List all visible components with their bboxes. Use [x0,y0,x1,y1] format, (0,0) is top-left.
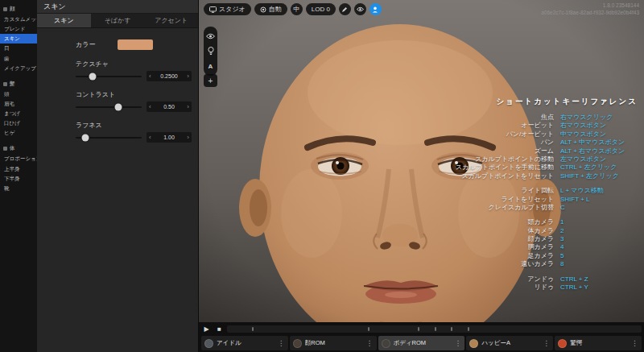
studio-button[interactable]: スタジオ [204,3,251,15]
stop-button[interactable]: ■ [214,325,225,334]
more-options-icon[interactable]: ⋮ [631,340,638,347]
clip-thumbnail [204,339,213,348]
character-viewport[interactable]: スタジオ 自動 中 LOD 0 1.8.0 23548144 a06e2c7c-… [199,0,644,352]
roughness-label: ラフネス [76,121,192,130]
shortcut-row: 頭カメラ1 [360,218,638,226]
shortcut-row: 足カメラ5 [360,252,638,260]
sidebar-item-mustache[interactable]: 口ひげ [0,118,37,128]
shortcut-label: パン [360,139,554,147]
auto-quality-button[interactable]: 自動 [254,3,287,15]
clip-label: アイドル [217,339,275,347]
shortcut-group-mouse: 焦点右マウスクリック オービット右マウスボタン パン/オービット中マウスボタン … [360,114,638,180]
more-options-icon[interactable]: ⋮ [366,340,374,347]
shortcut-row: パンALT + 中マウスボタン [360,139,638,147]
sidebar-item-makeup[interactable]: メイクアップ [0,64,37,73]
shortcut-row: ライトをリセットSHIFT + L [360,196,638,204]
shortcut-label: 遠いカメラ [360,260,554,268]
tab-skin[interactable]: スキン [37,14,91,27]
sidebar-item-eyes[interactable]: 目 [0,43,37,53]
texture-label: テクスチャ [76,60,192,68]
skin-color-swatch[interactable] [118,39,153,50]
roughness-slider-handle[interactable] [82,134,89,141]
play-button[interactable]: ▶ [201,325,212,334]
lod-button[interactable]: LOD 0 [306,3,336,15]
session-id: a06e2c7c-1f8ae-82ad-f932-9db92e0b4f43 [541,10,639,17]
chevron-left-icon[interactable]: ‹ [149,135,151,141]
chevron-left-icon[interactable]: ‹ [149,104,151,110]
more-options-icon[interactable]: ⋮ [454,340,461,347]
contrast-slider-handle[interactable] [115,103,122,110]
tab-freckles[interactable]: そばかす [91,14,145,27]
sidebar-group-body-header: 体 [0,143,37,154]
contrast-slider[interactable] [76,106,142,108]
more-options-icon[interactable]: ⋮ [543,340,550,347]
sidebar-group-face-header: 顔 [0,4,37,14]
texture-slider-handle[interactable] [89,72,96,80]
sidebar-item-proportion[interactable]: プロポーション [0,154,37,164]
shortcut-key: 1 [560,218,638,226]
shortcut-row: リドゥCTRL + Y [360,284,638,292]
preview-tool-button[interactable] [354,3,366,15]
sidebar-item-eyelashes[interactable]: まつげ [0,109,37,118]
clip-idle[interactable]: アイドル ⋮ [201,336,288,350]
animation-timeline: ▶ ■ アイドル ⋮ 顔ROM [199,322,644,352]
shortcut-reference: ショートカットキーリファレンス 焦点右マウスクリック オービット右マウスボタン … [360,97,638,298]
shortcut-key: ALT + 中マウスボタン [560,139,638,147]
shortcut-key: SHIFT + 左クリック [560,172,638,180]
timeline-scrubber[interactable] [227,325,642,333]
tab-accent[interactable]: アクセント [144,14,198,27]
shortcut-label: スカルプトポイントをリセット [360,172,554,180]
shortcut-reference-title: ショートカットキーリファレンス [360,97,638,107]
sidebar-item-beard[interactable]: ヒゲ [0,128,37,138]
clip-face-rom[interactable]: 顔ROM ⋮ [290,336,377,350]
plus-icon: + [208,77,213,85]
shortcut-group-undo: アンドゥCTRL + Z リドゥCTRL + Y [360,275,638,292]
clip-label: 顔ROM [305,339,363,347]
chevron-right-icon[interactable]: › [187,135,189,141]
clip-surprise[interactable]: 驚愕 ⋮ [555,336,642,350]
contrast-value[interactable]: 0.50 [163,104,175,110]
shortcut-label: 顔カメラ [360,235,554,243]
animation-clips: アイドル ⋮ 顔ROM ⋮ ボディROM ⋮ ハッピーA ⋮ [201,336,642,350]
texture-slider[interactable] [76,76,142,77]
sidebar-item-teeth[interactable]: 歯 [0,54,37,64]
texture-value[interactable]: 0.2500 [160,73,177,79]
clip-body-rom[interactable]: ボディROM ⋮ [378,336,465,350]
skin-controls: カラー テクスチャ ‹ 0.2500 › コントラスト [37,28,198,143]
more-options-icon[interactable]: ⋮ [278,340,285,347]
shortcut-label: オービット [360,122,554,130]
pencil-tool-button[interactable] [339,3,351,15]
roughness-slider[interactable] [76,137,142,139]
sidebar-item-eyebrows[interactable]: 眉毛 [0,99,37,109]
chevron-left-icon[interactable]: ‹ [149,73,151,80]
sidebar-item-custom-mesh[interactable]: カスタムメッシュ [0,14,37,24]
color-label: カラー [76,40,118,49]
chevron-right-icon[interactable]: › [187,73,189,80]
shortcut-key: 右マウスボタン [560,122,638,130]
sidebar-item-lower-body[interactable]: 下半身 [0,174,37,184]
visibility-button[interactable] [206,31,215,40]
sidebar-group-face: 顔 カスタムメッシュ ブレンド スキン 目 歯 メイクアップ [0,4,37,73]
shortcut-label: 焦点 [360,114,554,122]
timeline-marker [435,327,436,331]
quality-medium-button[interactable]: 中 [291,3,303,15]
viewport-left-toolbar: A [204,27,217,76]
sidebar-item-shoes[interactable]: 靴 [0,184,37,193]
character-tool-button[interactable] [369,3,382,15]
sidebar-item-skin[interactable]: スキン [0,34,37,43]
roughness-value[interactable]: 1.00 [163,135,175,140]
clip-happy-a[interactable]: ハッピーA ⋮ [466,336,553,350]
shortcut-row: スカルプトポイントをリセットSHIFT + 左クリック [360,172,638,180]
shortcut-label: クレイスカルプト切替 [360,204,554,212]
chevron-right-icon[interactable]: › [187,104,189,110]
category-sidebar: 顔 カスタムメッシュ ブレンド スキン 目 歯 メイクアップ 髪 頭 眉毛 まつ… [0,0,37,352]
shortcut-key: CTRL + Y [560,284,638,292]
sidebar-item-upper-body[interactable]: 上半身 [0,164,37,174]
stop-icon: ■ [217,325,221,333]
shortcut-key: ALT + 右マウスボタン [560,147,638,155]
annotation-button[interactable]: A [206,62,215,71]
add-button[interactable]: + [204,74,217,87]
sidebar-item-blend[interactable]: ブレンド [0,24,37,34]
lighting-button[interactable] [206,47,215,56]
sidebar-item-head-hair[interactable]: 頭 [0,89,37,99]
